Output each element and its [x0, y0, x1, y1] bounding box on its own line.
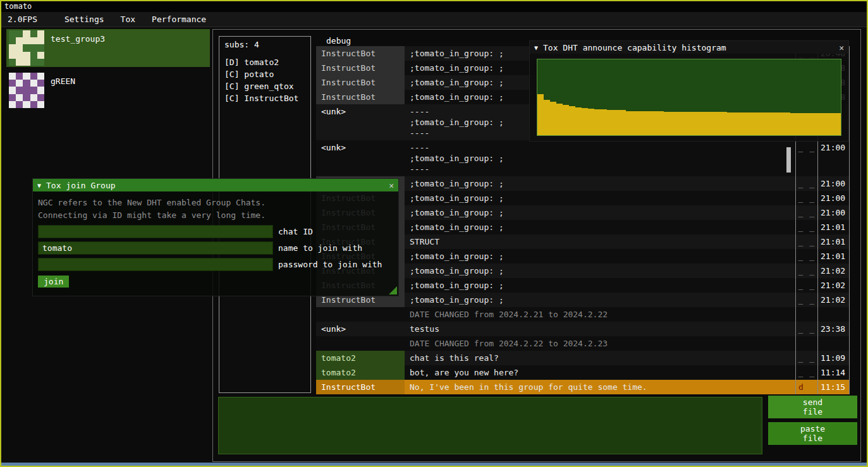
message-text: ;tomato_in_group: ;: [405, 278, 795, 293]
histogram-bar: [803, 113, 809, 135]
message-text: ;tomato_in_group: ;: [405, 191, 795, 205]
histogram-bar: [759, 112, 765, 135]
field-label: password to join with: [278, 260, 382, 269]
menu-item-settings[interactable]: Settings: [56, 15, 113, 24]
histogram-bar: [784, 112, 790, 135]
message-timestamp: 11:14: [817, 365, 849, 380]
histogram-bar: [797, 113, 803, 135]
message-text: bot, are you new here?: [405, 365, 795, 380]
histogram-bar: [790, 113, 797, 135]
menubar: 2.0FPS SettingsToxPerformance: [1, 12, 867, 27]
join-button[interactable]: join: [38, 276, 69, 288]
histogram-bar: [601, 109, 607, 135]
histogram-bar: [575, 107, 582, 135]
histogram-bar: [733, 112, 740, 135]
message-timestamp: 21:02: [817, 278, 849, 293]
histogram-bar: [544, 100, 550, 135]
tab-debug[interactable]: debug: [326, 36, 351, 45]
histogram-bar: [550, 102, 556, 135]
histogram-bar: [607, 110, 613, 135]
app-window: tomato 2.0FPS SettingsToxPerformance tes…: [0, 0, 868, 467]
join-body: NGC refers to the New DHT enabled Group …: [33, 191, 398, 293]
message-flags: _ _: [795, 264, 817, 278]
message-flags: _ _: [795, 191, 817, 205]
chat-message-row[interactable]: <unk>----;tomato_in_group: ;----_ _21:00: [316, 140, 849, 176]
histogram-bar: [689, 112, 695, 135]
chat-message-row[interactable]: DATE CHANGED from 2024.2.22 to 2024.2.23: [316, 336, 849, 351]
join-field-row: name to join with: [38, 241, 393, 255]
message-timestamp: 21:02: [817, 293, 849, 307]
histogram-bar: [651, 111, 657, 135]
join-field-row: chat ID: [38, 225, 393, 238]
histogram-bar: [657, 111, 664, 135]
collapse-arrow-icon[interactable]: ▼: [37, 182, 41, 189]
histogram-bar: [620, 110, 626, 135]
message-author: InstructBot: [316, 46, 405, 61]
message-text: chat is this real?: [405, 351, 795, 365]
message-author: <unk>: [316, 322, 405, 336]
field-label: name to join with: [278, 243, 362, 253]
close-icon[interactable]: ✕: [839, 43, 844, 52]
message-author: InstructBot: [316, 75, 405, 90]
chat-message-row[interactable]: <unk>testus_ _23:38: [316, 322, 849, 336]
message-text: DATE CHANGED from 2024.2.22 to 2024.2.23: [405, 336, 795, 351]
message-text: No, I've been in this group for quite so…: [405, 380, 795, 394]
chat-message-row[interactable]: tomato2chat is this real?_ _11:09: [316, 351, 849, 365]
send-file-button[interactable]: send file: [768, 396, 857, 418]
window-title: tomato: [4, 2, 32, 11]
paste-file-button[interactable]: paste file: [768, 422, 857, 445]
message-timestamp: 21:02: [817, 264, 849, 278]
subs-item[interactable]: [C] InstructBot: [219, 92, 310, 104]
message-timestamp: 21:01: [817, 249, 849, 264]
subs-item[interactable]: [C] green_qtox: [219, 80, 310, 92]
histogram-bar: [537, 94, 544, 135]
join-titlebar: ▼ Tox join Group ✕: [33, 179, 398, 191]
chat-message-row[interactable]: InstructBotNo, I've been in this group f…: [316, 380, 849, 394]
chat-message-row[interactable]: tomato2bot, are you new here?_ _11:14: [316, 365, 849, 380]
message-input[interactable]: [218, 397, 762, 454]
histogram-bar: [670, 112, 676, 135]
join-window-title: Tox join Group: [46, 181, 116, 190]
message-author: InstructBot: [316, 90, 405, 104]
message-timestamp: [817, 307, 849, 322]
join-field-row: password to join with: [38, 258, 393, 271]
group-item-gREEN[interactable]: gREEN: [6, 71, 210, 109]
group-item-test_group3[interactable]: test_group3: [6, 29, 210, 67]
resize-grip-icon[interactable]: [389, 286, 397, 294]
menu-item-tox[interactable]: Tox: [113, 15, 144, 24]
histogram-bar: [683, 112, 689, 135]
message-timestamp: 23:38: [817, 322, 849, 336]
histogram-bar: [828, 113, 834, 135]
join-description-line: Connecting via ID might take a very long…: [38, 209, 393, 222]
collapse-arrow-icon[interactable]: ▼: [534, 44, 538, 51]
titlebar: tomato: [1, 1, 867, 12]
histogram-bar: [582, 108, 588, 135]
subs-item[interactable]: [C] potato: [219, 68, 310, 80]
histogram-bar: [702, 112, 708, 135]
join-fields: chat IDname to join withpassword to join…: [38, 225, 393, 271]
chat-message-row[interactable]: DATE CHANGED from 2024.2.21 to 2024.2.22: [316, 307, 849, 322]
subs-item[interactable]: [D] tomato2: [219, 56, 310, 68]
message-flags: _ _: [795, 278, 817, 293]
message-flags: _ _: [795, 365, 817, 380]
histogram-plot: [537, 59, 841, 136]
password-to-join-with-input[interactable]: [38, 258, 273, 271]
name-to-join-with-input[interactable]: [38, 241, 273, 255]
histogram-bar: [809, 113, 816, 135]
message-timestamp: [817, 336, 849, 351]
histogram-window-title: Tox DHT announce capability histogram: [543, 43, 726, 52]
menu-item-performance[interactable]: Performance: [144, 15, 214, 24]
chat-id-input[interactable]: [38, 225, 273, 238]
message-flags: _ _: [795, 176, 817, 191]
histogram-bar: [714, 112, 721, 135]
fps-counter: 2.0FPS: [1, 15, 44, 24]
group-name: test_group3: [51, 29, 105, 67]
message-text: ;tomato_in_group: ;: [405, 264, 795, 278]
close-icon[interactable]: ✕: [389, 181, 394, 190]
subs-list: [D] tomato2[C] potato[C] green_qtox[C] I…: [219, 56, 310, 104]
join-group-window: ▼ Tox join Group ✕ NGC refers to the New…: [32, 178, 399, 296]
message-text: ----;tomato_in_group: ;----: [405, 140, 795, 176]
chat-scrollbar-thumb[interactable]: [786, 147, 791, 173]
message-author: <unk>: [316, 104, 405, 140]
group-avatar: [9, 73, 44, 108]
